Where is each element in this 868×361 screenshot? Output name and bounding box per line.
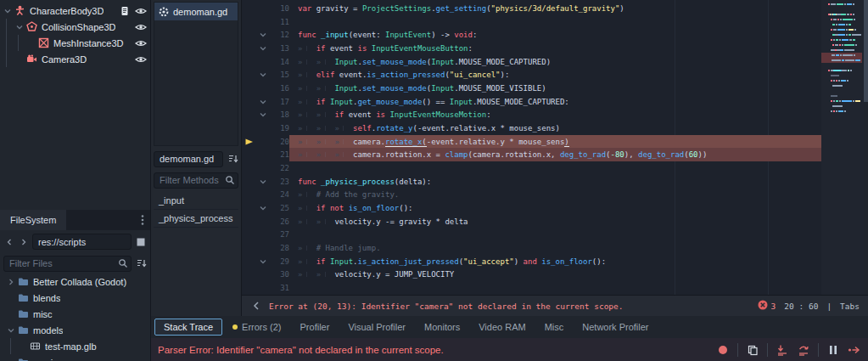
step-into-button[interactable]: [776, 343, 789, 357]
minimap[interactable]: [821, 0, 864, 295]
code-line[interactable]: 26»»velocity.y -= gravity * delta: [242, 215, 868, 228]
tab-network-profiler[interactable]: Network Profiler: [574, 319, 657, 335]
script-name-row: [154, 149, 238, 168]
fold-chevron-icon[interactable]: [257, 44, 269, 53]
tab-visual-profiler[interactable]: Visual Profiler: [339, 319, 414, 335]
warning-dot-icon: [232, 324, 238, 330]
visibility-eye-icon[interactable]: [134, 20, 148, 34]
fs-item[interactable]: models: [0, 322, 150, 338]
script-item[interactable]: demoman.gd: [154, 3, 238, 20]
scene-node-camera3d[interactable]: Camera3D: [0, 51, 150, 67]
tab-misc[interactable]: Misc: [536, 319, 573, 335]
filter-files-input[interactable]: [3, 256, 132, 272]
continue-button[interactable]: [848, 343, 861, 357]
error-count-badge[interactable]: 3: [758, 300, 776, 312]
code-text: »»»camera.rotation.x = clamp(camera.rota…: [289, 150, 707, 159]
code-line[interactable]: 23func _physics_process(delta):: [242, 175, 868, 189]
code-line[interactable]: 12func _input(event: InputEvent) -> void…: [242, 28, 868, 42]
filesystem-tabstrip: FileSystem: [0, 210, 150, 230]
method-item[interactable]: _physics_process: [154, 210, 238, 228]
code-line[interactable]: 13»if event is InputEventMouseButton:: [242, 42, 868, 55]
code-line[interactable]: 21»»»camera.rotation.x = clamp(camera.ro…: [242, 148, 868, 161]
script-name-field[interactable]: [154, 151, 223, 167]
code-line[interactable]: 15»elif event.is_action_pressed("ui_canc…: [242, 68, 868, 82]
script-icon[interactable]: [118, 4, 132, 18]
code-editor[interactable]: 10var gravity = ProjectSettings.get_sett…: [242, 0, 868, 295]
chevron-right-icon[interactable]: [5, 278, 17, 286]
method-item[interactable]: _input: [154, 192, 238, 210]
code-line[interactable]: 14»»Input.set_mouse_mode(Input.MOUSE_MOD…: [242, 55, 868, 69]
fold-chevron-icon[interactable]: [257, 31, 269, 39]
code-line[interactable]: 24»# Add the gravity.: [242, 188, 868, 201]
code-line[interactable]: 11: [242, 15, 868, 29]
status-error-text[interactable]: Error at (20, 13): Identifier "camera" n…: [269, 302, 751, 311]
search-icon: [118, 258, 128, 270]
chevron-down-icon[interactable]: [2, 7, 14, 15]
step-over-button[interactable]: [797, 343, 810, 357]
code-line[interactable]: 18»»if event is InputEventMouseMotion:: [242, 108, 868, 121]
fold-chevron-icon[interactable]: [257, 71, 269, 79]
path-field[interactable]: [32, 234, 132, 250]
code-text: »»velocity.y = JUMP_VELOCITY: [289, 270, 454, 279]
tab-video-ram[interactable]: Video RAM: [470, 319, 534, 335]
filesystem-filter-row: [0, 253, 150, 274]
scrollbar-thumb[interactable]: [864, 0, 868, 102]
continue-icon: [848, 344, 861, 356]
visibility-eye-icon[interactable]: [134, 37, 148, 50]
scene-node-collisionshape3d[interactable]: CollisionShape3D: [0, 19, 150, 35]
back-icon[interactable]: [3, 234, 15, 250]
skip-breakpoints-button[interactable]: [716, 343, 730, 357]
dock-menu-icon[interactable]: [135, 210, 150, 230]
tab-monitors[interactable]: Monitors: [416, 319, 468, 335]
copy-error-button[interactable]: [746, 343, 759, 357]
fs-item-label: models: [33, 325, 63, 336]
sort-methods-icon[interactable]: [227, 151, 238, 166]
line-number: 22: [269, 164, 289, 172]
code-line[interactable]: 28»# Handle jump.: [242, 241, 868, 255]
fs-item[interactable]: blends: [0, 290, 150, 306]
forward-icon[interactable]: [18, 234, 30, 250]
tab-filesystem[interactable]: FileSystem: [0, 210, 66, 230]
fold-chevron-icon[interactable]: [257, 110, 269, 119]
code-line[interactable]: 29»if Input.is_action_just_pressed("ui_a…: [242, 255, 868, 268]
code-line[interactable]: 30»»velocity.y = JUMP_VELOCITY: [242, 268, 868, 281]
line-number: 29: [269, 257, 289, 266]
tree-guide: [6, 51, 7, 67]
scene-node-meshinstance3d[interactable]: MeshInstance3D: [0, 35, 150, 51]
chevron-down-icon[interactable]: [5, 326, 17, 335]
toggle-split-icon[interactable]: [134, 235, 147, 248]
code-line[interactable]: 22: [242, 161, 868, 175]
code-line[interactable]: 20»»»camera.rotate_x(-event.relative.y *…: [242, 135, 868, 149]
scene-node-characterbody3d[interactable]: CharacterBody3D: [0, 3, 150, 19]
fold-chevron-icon[interactable]: [257, 98, 269, 106]
code-line[interactable]: 16»»Input.set_mouse_mode(Input.MOUSE_MOD…: [242, 82, 868, 95]
chevron-left-icon[interactable]: [250, 298, 262, 313]
visibility-eye-icon[interactable]: [134, 4, 148, 18]
fold-chevron-icon[interactable]: [257, 257, 269, 266]
code-line[interactable]: 31: [242, 281, 868, 295]
node-label: CharacterBody3D: [30, 6, 104, 16]
chevron-down-icon[interactable]: [14, 23, 25, 31]
code-line[interactable]: 27: [242, 228, 868, 241]
fold-chevron-icon[interactable]: [257, 204, 269, 212]
fs-item[interactable]: Better Collada (Godot): [0, 274, 150, 290]
sort-icon[interactable]: [135, 256, 147, 271]
visibility-eye-icon[interactable]: [134, 53, 148, 66]
fs-item[interactable]: misc: [0, 306, 150, 322]
code-line[interactable]: 19»»»self.rotate_y(-event.relative.x * m…: [242, 121, 868, 135]
vertical-scrollbar[interactable]: [864, 0, 868, 295]
tab-stack-trace[interactable]: Stack Trace: [154, 319, 222, 336]
debugger-buttons: [709, 343, 861, 357]
fs-item[interactable]: music: [0, 354, 150, 361]
break-button[interactable]: [826, 343, 840, 357]
code-line[interactable]: 17»if Input.get_mouse_mode() == Input.MO…: [242, 95, 868, 109]
fold-chevron-icon[interactable]: [257, 178, 269, 186]
code-line[interactable]: 10var gravity = ProjectSettings.get_sett…: [242, 2, 868, 15]
parser-error-text[interactable]: Parser Error: Identifier "camera" not de…: [158, 345, 709, 355]
tab-profiler[interactable]: Profiler: [292, 319, 339, 335]
tab-errors-2-[interactable]: Errors (2): [224, 319, 289, 335]
folder-icon: [17, 356, 30, 361]
code-line[interactable]: 25»if not is_on_floor():: [242, 201, 868, 215]
fs-item[interactable]: test-map.glb: [0, 338, 150, 354]
indent-mode[interactable]: Tabs: [840, 302, 860, 311]
